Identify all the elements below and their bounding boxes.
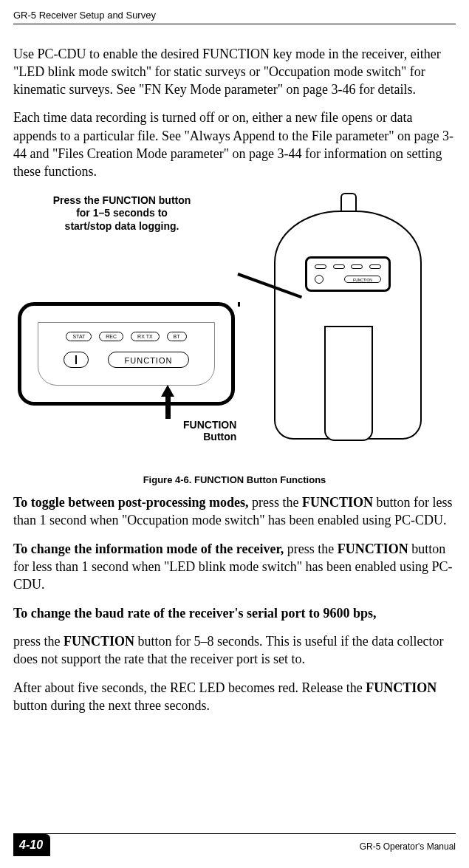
figure-caption: Figure 4-6. FUNCTION Button Functions (13, 474, 456, 487)
figure-hint-text: Press the FUNCTION button for 1–5 second… (52, 194, 192, 233)
paragraph-5-body: press the FUNCTION button for 5–8 second… (13, 632, 456, 669)
paragraph-1: Use PC-CDU to enable the desired FUNCTIO… (13, 45, 456, 99)
callout-line1: FUNCTION (183, 419, 236, 431)
figure-function-button: Press the FUNCTION button for 1–5 second… (13, 191, 456, 472)
mini-led-icon (351, 264, 363, 269)
page-footer: 4-10 GR-5 Operator's Manual (13, 833, 456, 856)
manual-title: GR-5 Operator's Manual (360, 841, 456, 852)
mini-function-button: FUNCTION (344, 276, 381, 283)
mini-led-icon (333, 264, 345, 269)
control-panel-enlarged: STAT REC RX TX BT FUNCTION (18, 302, 235, 406)
p5-text-a: press the (13, 634, 64, 649)
p3-lead: To toggle between post-processing modes, (13, 495, 249, 510)
p3-text-a: press the (249, 495, 302, 510)
p6-text-b: button during the next three seconds. (13, 698, 210, 713)
paragraph-4: To change the information mode of the re… (13, 540, 456, 594)
function-button-callout: FUNCTION Button (180, 419, 239, 444)
p6-text-a: After about five seconds, the REC LED be… (13, 680, 366, 695)
p6-fn: FUNCTION (366, 680, 437, 695)
p3-fn: FUNCTION (302, 495, 373, 510)
led-row: STAT REC RX TX BT (38, 332, 214, 341)
led-stat: STAT (66, 332, 92, 341)
paragraph-3: To toggle between post-processing modes,… (13, 493, 456, 530)
function-button: FUNCTION (108, 352, 189, 368)
control-panel-plate: STAT REC RX TX BT FUNCTION (38, 322, 215, 386)
callout-leader-line (238, 302, 240, 307)
button-row: FUNCTION (38, 352, 214, 368)
device-grip (324, 326, 373, 441)
p5-lead: To change the baud rate of the receiver'… (13, 606, 376, 621)
paragraph-2: Each time data recording is turned off o… (13, 109, 456, 180)
page-header: GR-5 Receiver Setup and Survey (13, 9, 456, 24)
p4-text-a: press the (284, 541, 337, 556)
led-rxtx: RX TX (131, 332, 160, 341)
page-number: 4-10 (13, 834, 50, 856)
device-illustration: FUNCTION (244, 193, 451, 466)
led-rec: REC (99, 332, 123, 341)
p5-fn: FUNCTION (64, 634, 134, 649)
arrow-up-icon (162, 385, 173, 417)
mini-led-icon (315, 264, 326, 269)
power-button-icon (64, 352, 89, 368)
callout-line2: Button (203, 431, 236, 442)
mini-power-icon (315, 275, 323, 284)
mini-led-icon (369, 264, 381, 269)
led-bt: BT (167, 332, 187, 341)
paragraph-5-lead: To change the baud rate of the receiver'… (13, 604, 456, 622)
p4-lead: To change the information mode of the re… (13, 541, 284, 556)
device-mini-panel: FUNCTION (305, 256, 391, 292)
paragraph-6: After about five seconds, the REC LED be… (13, 679, 456, 715)
p4-fn: FUNCTION (338, 541, 408, 556)
